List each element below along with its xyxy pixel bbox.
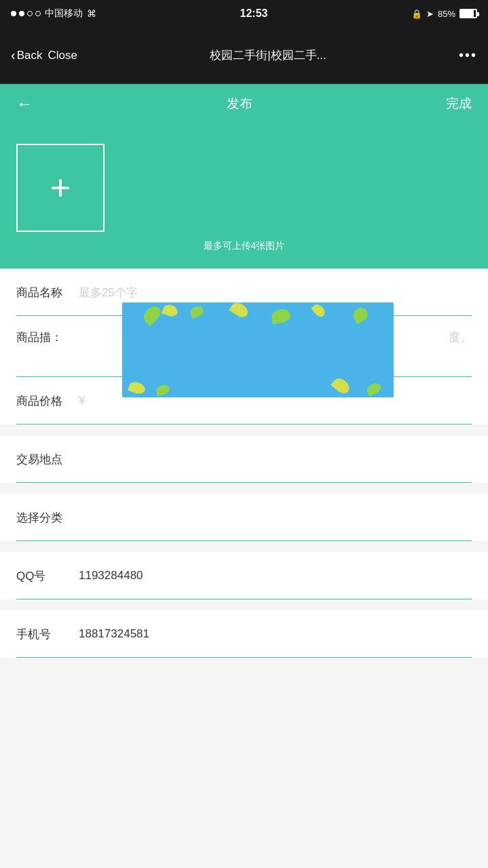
action-title: 发布 — [227, 95, 252, 113]
product-desc-label: 商品描： — [16, 330, 71, 345]
dot3 — [27, 11, 33, 16]
form-gap-2 — [0, 483, 488, 494]
leaf8 — [128, 380, 147, 395]
wifi-icon: ⌘ — [87, 8, 96, 19]
product-desc-row: 商品描： 度、 — [0, 316, 488, 377]
phone-input[interactable]: 18817324581 — [79, 627, 472, 641]
product-name-label: 商品名称 — [16, 285, 71, 300]
back-close-group[interactable]: ‹ Back Close — [11, 47, 77, 63]
time-label: 12:53 — [240, 7, 268, 20]
lock-icon: 🔒 — [411, 9, 422, 19]
upload-hint: 最多可上传4张图片 — [16, 240, 472, 252]
location-icon: ➤ — [426, 9, 434, 19]
phone-label: 手机号 — [16, 627, 71, 642]
action-bar: ← 发布 完成 — [0, 84, 488, 123]
leaf2 — [162, 303, 179, 319]
trade-location-label: 交易地点 — [16, 452, 71, 467]
dot1 — [11, 11, 16, 16]
back-button[interactable]: Back — [17, 49, 43, 62]
action-back-icon[interactable]: ← — [16, 94, 33, 113]
status-right: 🔒 ➤ 85% — [411, 9, 477, 19]
leaf4 — [229, 302, 250, 320]
close-button[interactable]: Close — [48, 49, 77, 62]
upload-area: + 最多可上传4张图片 — [0, 123, 488, 269]
leaf7 — [350, 305, 370, 324]
carrier-label: 中国移动 — [45, 7, 83, 20]
product-price-label: 商品价格 — [16, 393, 71, 409]
leaf11 — [365, 381, 383, 397]
leaf3 — [189, 304, 205, 319]
price-yen-symbol: ¥ — [79, 394, 85, 408]
done-button[interactable]: 完成 — [446, 95, 472, 113]
form-gap-4 — [0, 599, 488, 610]
signal-dots — [11, 11, 41, 16]
form-gap-3 — [0, 541, 488, 552]
leaves-decoration — [122, 302, 394, 397]
add-image-button[interactable]: + — [16, 144, 105, 232]
form-gap-1 — [0, 425, 488, 435]
category-row: 选择分类 — [0, 494, 488, 541]
qq-input[interactable]: 1193284480 — [79, 569, 472, 583]
leaf1 — [140, 303, 164, 326]
leaf10 — [331, 376, 352, 397]
status-bar: 中国移动 ⌘ 12:53 🔒 ➤ 85% — [0, 0, 488, 27]
more-button[interactable]: ••• — [459, 47, 477, 63]
leaf6 — [311, 302, 327, 319]
qq-row: QQ号 1193284480 — [0, 552, 488, 599]
form-section: 商品名称 最多25个字 商品描： 度、 — [0, 269, 488, 658]
trade-location-row: 交易地点 — [0, 435, 488, 483]
dot2 — [19, 11, 24, 16]
leaf5 — [270, 308, 291, 325]
dot4 — [35, 11, 41, 16]
desc-overlay — [122, 302, 394, 397]
status-left: 中国移动 ⌘ — [11, 7, 96, 20]
phone-row: 手机号 18817324581 — [0, 610, 488, 658]
nav-chevron-icon: ‹ — [11, 47, 16, 63]
nav-bar: ‹ Back Close 校园二手街|校园二手... ••• — [0, 27, 488, 84]
plus-icon: + — [50, 170, 71, 205]
product-name-input[interactable]: 最多25个字 — [79, 285, 472, 300]
nav-title: 校园二手街|校园二手... — [83, 47, 453, 63]
battery-label: 85% — [438, 9, 455, 19]
battery-icon — [459, 9, 477, 18]
qq-label: QQ号 — [16, 568, 71, 584]
leaf9 — [155, 384, 171, 397]
desc-hint-suffix: 度、 — [449, 330, 472, 345]
category-label: 选择分类 — [16, 510, 71, 526]
